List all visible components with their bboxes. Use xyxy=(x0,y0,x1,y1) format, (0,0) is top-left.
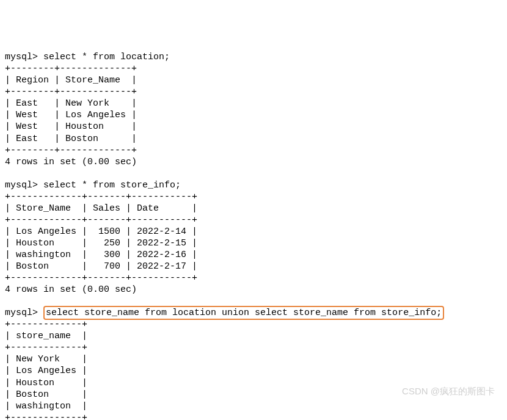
table-header: | Store_Name | Sales | Date | xyxy=(5,203,197,214)
table-row: | West | Houston | xyxy=(5,121,137,132)
table-row: | Boston | xyxy=(5,389,87,400)
highlighted-query: select store_name from location union se… xyxy=(43,306,444,320)
table-separator: +-------------+ xyxy=(5,342,87,353)
table-row: | Houston | xyxy=(5,378,87,388)
table-separator: +-------------+ xyxy=(5,319,87,330)
table-header: | Region | Store_Name | xyxy=(5,75,137,85)
table-separator: +-------------+-------+-----------+ xyxy=(5,192,197,202)
terminal-output: mysql> select * from location; +--------… xyxy=(5,51,502,420)
table-separator: +-------------+-------+-----------+ xyxy=(5,215,197,225)
table-separator: +-------------+-------+-----------+ xyxy=(5,273,197,283)
prompt: mysql> xyxy=(5,308,38,318)
prompt: mysql> xyxy=(5,52,38,62)
table-row: | Los Angeles | xyxy=(5,366,87,376)
table-row: | Houston | 250 | 2022-2-15 | xyxy=(5,238,197,248)
table-row: | washington | xyxy=(5,401,87,411)
query-2: select * from store_info; xyxy=(43,180,181,190)
table-row: | Los Angeles | 1500 | 2022-2-14 | xyxy=(5,226,197,237)
table-separator: +--------+-------------+ xyxy=(5,63,137,74)
query-1: select * from location; xyxy=(43,52,170,62)
watermark-text: CSDN @疯狂的斯图卡 xyxy=(402,385,495,397)
table-row: | West | Los Angeles | xyxy=(5,110,137,120)
table-separator: +--------+-------------+ xyxy=(5,87,137,97)
table-row: | Boston | 700 | 2022-2-17 | xyxy=(5,261,197,272)
result-footer: 4 rows in set (0.00 sec) xyxy=(5,284,137,295)
table-row: | East | Boston | xyxy=(5,134,137,144)
table-row: | New York | xyxy=(5,354,87,364)
table-row: | washington | 300 | 2022-2-16 | xyxy=(5,250,197,260)
query-3: select store_name from location union se… xyxy=(46,308,442,318)
table-header: | store_name | xyxy=(5,331,87,341)
result-footer: 4 rows in set (0.00 sec) xyxy=(5,157,137,167)
table-row: | East | New York | xyxy=(5,98,137,109)
table-separator: +--------+-------------+ xyxy=(5,145,137,156)
table-separator: +-------------+ xyxy=(5,413,87,420)
prompt: mysql> xyxy=(5,180,38,190)
